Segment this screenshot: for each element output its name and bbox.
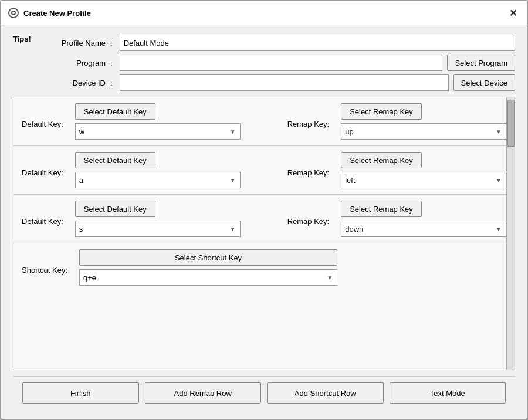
select-program-button[interactable]: Select Program — [447, 55, 515, 71]
form-fields: Profile Name : Program : Select Program … — [47, 35, 515, 91]
default-key-label-3: Default Key: — [22, 217, 63, 226]
scrollbar-track[interactable] — [506, 97, 515, 370]
device-id-colon: : — [110, 79, 113, 87]
remap-key-select-3[interactable]: down — [341, 221, 506, 237]
remap-key-label-3: Remap Key: — [287, 217, 330, 226]
select-device-button[interactable]: Select Device — [453, 74, 515, 91]
window-icon-inner — [11, 11, 16, 15]
default-key-col-2: Select Default Key a — [75, 152, 241, 188]
finish-button[interactable]: Finish — [22, 382, 139, 404]
default-key-select-2[interactable]: a — [75, 172, 241, 188]
content-area: Tips! Profile Name : Program : Select Pr… — [1, 25, 527, 419]
title-bar: Create New Profile ✕ — [1, 1, 527, 25]
default-key-col-3: Select Default Key s — [75, 201, 241, 237]
remap-key-col-3: Select Remap Key down — [341, 201, 506, 237]
remap-key-dropdown-wrapper-3: down — [341, 221, 506, 237]
default-key-dropdown-wrapper-1: w — [75, 123, 241, 140]
select-remap-key-btn-2[interactable]: Select Remap Key — [341, 152, 422, 168]
bottom-bar: Finish Add Remap Row Add Shortcut Row Te… — [13, 376, 515, 409]
select-default-key-btn-1[interactable]: Select Default Key — [75, 103, 155, 120]
mapping-row-3: Default Key: Select Default Key s Remap … — [13, 195, 515, 243]
window-icon — [8, 8, 19, 18]
program-label: Program — [47, 59, 106, 67]
remap-key-dropdown-wrapper-1: up — [341, 123, 506, 140]
profile-name-input[interactable] — [120, 35, 515, 51]
remap-key-col-2: Select Remap Key left — [341, 152, 506, 188]
device-id-label: Device ID — [47, 79, 106, 87]
shortcut-key-dropdown-wrapper: q+e — [79, 269, 337, 286]
remap-key-col-1: Select Remap Key up — [341, 103, 506, 140]
device-id-row: Device ID : Select Device — [47, 74, 515, 91]
mapping-row-1: Default Key: Select Default Key w Remap … — [13, 97, 515, 146]
select-remap-key-btn-1[interactable]: Select Remap Key — [341, 103, 422, 120]
shortcut-key-col: Select Shortcut Key q+e — [79, 249, 337, 286]
profile-name-colon: : — [110, 39, 113, 48]
remap-key-dropdown-wrapper-2: left — [341, 172, 506, 188]
remap-key-label-2: Remap Key: — [287, 168, 330, 177]
select-default-key-btn-2[interactable]: Select Default Key — [75, 152, 155, 168]
select-default-key-btn-3[interactable]: Select Default Key — [75, 201, 155, 217]
close-button[interactable]: ✕ — [506, 6, 520, 20]
select-shortcut-key-btn[interactable]: Select Shortcut Key — [79, 249, 337, 266]
profile-name-row: Profile Name : — [47, 35, 515, 51]
default-key-dropdown-wrapper-3: s — [75, 221, 241, 237]
remap-key-select-2[interactable]: left — [341, 172, 506, 188]
shortcut-row: Shortcut Key: Select Shortcut Key q+e — [13, 243, 515, 292]
program-input[interactable] — [120, 55, 443, 71]
select-remap-key-btn-3[interactable]: Select Remap Key — [341, 201, 422, 217]
default-key-label-2: Default Key: — [22, 168, 63, 177]
top-form: Tips! Profile Name : Program : Select Pr… — [13, 35, 515, 91]
text-mode-button[interactable]: Text Mode — [390, 382, 506, 404]
default-key-select-3[interactable]: s — [75, 221, 241, 237]
program-colon: : — [110, 59, 113, 67]
tips-label: Tips! — [13, 35, 42, 43]
window-title: Create New Profile — [23, 9, 91, 18]
program-row: Program : Select Program — [47, 55, 515, 71]
add-shortcut-row-button[interactable]: Add Shortcut Row — [267, 382, 384, 404]
mapping-container: Default Key: Select Default Key w Remap … — [13, 97, 515, 370]
default-key-select-1[interactable]: w — [75, 123, 241, 140]
remap-key-label-1: Remap Key: — [287, 120, 330, 128]
default-key-label-1: Default Key: — [22, 120, 63, 128]
add-remap-row-button[interactable]: Add Remap Row — [145, 382, 262, 404]
scrollbar-thumb[interactable] — [507, 100, 515, 147]
remap-key-select-1[interactable]: up — [341, 123, 506, 140]
default-key-col-1: Select Default Key w — [75, 103, 241, 140]
main-window: Create New Profile ✕ Tips! Profile Name … — [0, 0, 528, 420]
profile-name-label: Profile Name — [47, 39, 106, 48]
shortcut-key-select[interactable]: q+e — [79, 269, 337, 286]
default-key-dropdown-wrapper-2: a — [75, 172, 241, 188]
mapping-row-2: Default Key: Select Default Key a Remap … — [13, 146, 515, 195]
shortcut-key-label: Shortcut Key: — [22, 266, 67, 275]
title-bar-left: Create New Profile — [8, 8, 91, 18]
device-id-input[interactable] — [120, 74, 449, 91]
